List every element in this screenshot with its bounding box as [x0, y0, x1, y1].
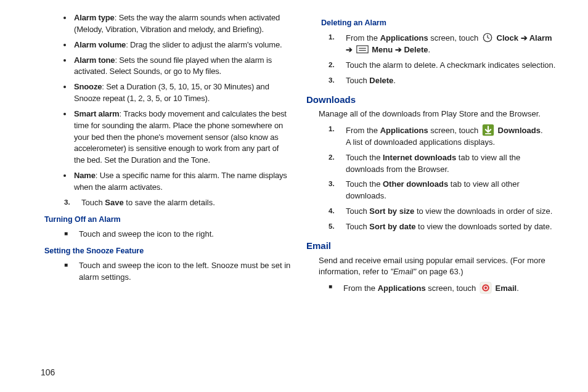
email-instruction: From the Applications screen, touch Emai… [321, 282, 556, 295]
menu-icon [356, 45, 369, 54]
page-number: 106 [41, 367, 55, 377]
email-icon [480, 282, 492, 294]
step-3: Touch Save to save the alarm details. [79, 197, 292, 209]
downloads-intro: Manage all of the downloads from Play St… [319, 108, 556, 120]
turnoff-instruction: Touch and sweep the icon to the right. [57, 229, 292, 240]
svg-line-2 [488, 38, 489, 39]
del-step-2: Touch the alarm to delete. A checkmark i… [343, 60, 556, 71]
delete-alarm-steps: From the Applications screen, touch Cloc… [321, 32, 556, 86]
left-column: Alarm type: Sets the way the alarm sound… [32, 12, 292, 298]
svg-point-15 [484, 287, 487, 289]
del-step-1: From the Applications screen, touch Cloc… [343, 32, 556, 56]
snooze-instruction: Touch and sweep the icon to the left. Sn… [57, 260, 292, 284]
heading-downloads: Downloads [306, 93, 556, 107]
svg-point-5 [483, 38, 484, 38]
heading-turning-off: Turning Off an Alarm [44, 214, 292, 225]
dn-step-5: Touch Sort by date to view the downloads… [343, 221, 556, 233]
heading-snooze-feature: Setting the Snooze Feature [44, 245, 292, 256]
del-step-3: Touch Delete. [343, 75, 556, 87]
heading-email: Email [306, 239, 556, 253]
email-intro: Send and receive email using popular ema… [319, 255, 556, 279]
svg-rect-7 [356, 46, 367, 53]
svg-point-6 [491, 38, 491, 38]
svg-point-4 [487, 41, 488, 42]
svg-point-3 [487, 34, 488, 35]
bullet-alarm-type: Alarm type: Sets the way the alarm sound… [73, 12, 292, 36]
heading-deleting-alarm: Deleting an Alarm [321, 17, 556, 28]
dn-step-3: Touch the Other downloads tab to view al… [343, 179, 556, 202]
right-column: Deleting an Alarm From the Applications … [321, 12, 556, 298]
alarm-options-list: Alarm type: Sets the way the alarm sound… [57, 12, 292, 194]
bullet-snooze: Snooze: Set a Duration (3, 5, 10, 15, or… [73, 81, 292, 105]
dn-step-4: Touch Sort by size to view the downloads… [343, 206, 556, 218]
downloads-steps: From the Applications screen, touch Down… [321, 124, 556, 233]
bullet-smart-alarm: Smart alarm: Tracks body movement and ca… [73, 108, 292, 166]
bullet-alarm-volume: Alarm volume: Drag the slider to adjust … [73, 39, 292, 51]
dn-step-1: From the Applications screen, touch Down… [343, 124, 556, 149]
bullet-name: Name: Use a specific name for this alarm… [73, 170, 292, 194]
download-icon [482, 124, 494, 136]
dn-step-2: Touch the Internet downloads tab to view… [343, 152, 556, 176]
alarm-save-step: Touch Save to save the alarm details. [57, 197, 292, 209]
bullet-alarm-tone: Alarm tone: Sets the sound file played w… [73, 55, 292, 78]
clock-icon [482, 32, 493, 43]
